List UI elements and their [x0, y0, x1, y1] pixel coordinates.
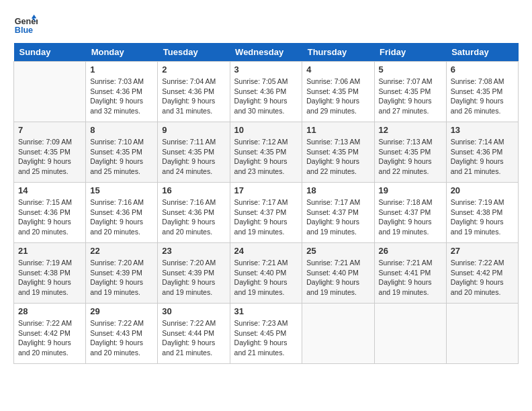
cell-content: Sunrise: 7:04 AM Sunset: 4:36 PM Dayligh… [162, 77, 225, 116]
daylight: Daylight: 9 hours and 20 minutes. [18, 217, 81, 236]
daylight: Daylight: 9 hours and 23 minutes. [234, 156, 298, 176]
sunrise: Sunrise: 7:08 AM [451, 77, 514, 87]
cell-content: Sunrise: 7:22 AM Sunset: 4:43 PM Dayligh… [90, 318, 153, 358]
sunset: Sunset: 4:35 PM [379, 87, 442, 97]
calendar-week-1: 1 Sunrise: 7:03 AM Sunset: 4:36 PM Dayli… [14, 62, 519, 122]
calendar-cell: 13 Sunrise: 7:14 AM Sunset: 4:36 PM Dayl… [446, 122, 518, 183]
day-number: 21 [18, 246, 81, 256]
sunrise: Sunrise: 7:20 AM [162, 258, 225, 268]
cell-content: Sunrise: 7:11 AM Sunset: 4:35 PM Dayligh… [162, 137, 225, 177]
calendar-cell: 5 Sunrise: 7:07 AM Sunset: 4:35 PM Dayli… [374, 62, 446, 122]
sunrise: Sunrise: 7:16 AM [90, 197, 153, 208]
svg-text:Blue: Blue [15, 26, 33, 35]
sunset: Sunset: 4:40 PM [306, 268, 369, 278]
day-number: 28 [18, 306, 81, 316]
day-number: 19 [379, 185, 442, 195]
calendar-cell: 30 Sunrise: 7:22 AM Sunset: 4:44 PM Dayl… [158, 304, 230, 364]
sunrise: Sunrise: 7:11 AM [162, 137, 225, 147]
cell-content: Sunrise: 7:23 AM Sunset: 4:45 PM Dayligh… [234, 318, 298, 358]
calendar-cell: 14 Sunrise: 7:15 AM Sunset: 4:36 PM Dayl… [14, 183, 86, 243]
day-number: 18 [306, 185, 369, 195]
sunrise: Sunrise: 7:17 AM [234, 197, 298, 208]
day-number: 16 [162, 185, 225, 195]
sunset: Sunset: 4:38 PM [18, 268, 81, 278]
daylight: Daylight: 9 hours and 25 minutes. [90, 156, 153, 176]
day-number: 25 [306, 246, 369, 256]
sunset: Sunset: 4:43 PM [90, 328, 153, 338]
cell-content: Sunrise: 7:16 AM Sunset: 4:36 PM Dayligh… [162, 197, 225, 237]
day-number: 26 [379, 246, 442, 256]
sunset: Sunset: 4:36 PM [162, 208, 225, 218]
day-number: 10 [234, 125, 298, 135]
sunrise: Sunrise: 7:10 AM [90, 137, 153, 147]
daylight: Daylight: 9 hours and 20 minutes. [162, 217, 225, 236]
calendar-cell: 3 Sunrise: 7:05 AM Sunset: 4:36 PM Dayli… [230, 62, 302, 122]
calendar-cell [302, 304, 374, 364]
daylight: Daylight: 9 hours and 20 minutes. [451, 277, 514, 297]
cell-content: Sunrise: 7:21 AM Sunset: 4:41 PM Dayligh… [379, 258, 442, 298]
sunset: Sunset: 4:35 PM [162, 147, 225, 157]
sunset: Sunset: 4:39 PM [90, 268, 153, 278]
weekday-header-monday: Monday [86, 43, 158, 62]
calendar-cell: 22 Sunrise: 7:20 AM Sunset: 4:39 PM Dayl… [86, 243, 158, 304]
daylight: Daylight: 9 hours and 19 minutes. [18, 277, 81, 297]
sunset: Sunset: 4:36 PM [234, 87, 298, 97]
weekday-header-thursday: Thursday [302, 43, 374, 62]
sunrise: Sunrise: 7:21 AM [379, 258, 442, 268]
sunset: Sunset: 4:35 PM [306, 147, 369, 157]
sunset: Sunset: 4:45 PM [234, 328, 298, 338]
day-number: 7 [18, 125, 81, 135]
cell-content: Sunrise: 7:21 AM Sunset: 4:40 PM Dayligh… [234, 258, 298, 298]
day-number: 8 [90, 125, 153, 135]
daylight: Daylight: 9 hours and 20 minutes. [90, 338, 153, 357]
calendar-cell: 20 Sunrise: 7:19 AM Sunset: 4:38 PM Dayl… [446, 183, 518, 243]
calendar-cell: 6 Sunrise: 7:08 AM Sunset: 4:35 PM Dayli… [446, 62, 518, 122]
daylight: Daylight: 9 hours and 22 minutes. [306, 156, 369, 176]
day-number: 29 [90, 306, 153, 316]
calendar-cell: 28 Sunrise: 7:22 AM Sunset: 4:42 PM Dayl… [14, 304, 86, 364]
cell-content: Sunrise: 7:21 AM Sunset: 4:40 PM Dayligh… [306, 258, 369, 298]
day-number: 15 [90, 185, 153, 195]
sunset: Sunset: 4:37 PM [379, 208, 442, 218]
sunrise: Sunrise: 7:22 AM [90, 318, 153, 328]
daylight: Daylight: 9 hours and 19 minutes. [306, 277, 369, 297]
daylight: Daylight: 9 hours and 19 minutes. [379, 217, 442, 236]
daylight: Daylight: 9 hours and 19 minutes. [306, 217, 369, 236]
calendar-cell: 25 Sunrise: 7:21 AM Sunset: 4:40 PM Dayl… [302, 243, 374, 304]
calendar-cell [374, 304, 446, 364]
sunset: Sunset: 4:35 PM [18, 147, 81, 157]
sunset: Sunset: 4:38 PM [451, 208, 514, 218]
cell-content: Sunrise: 7:18 AM Sunset: 4:37 PM Dayligh… [379, 197, 442, 237]
cell-content: Sunrise: 7:05 AM Sunset: 4:36 PM Dayligh… [234, 77, 298, 116]
calendar-cell: 21 Sunrise: 7:19 AM Sunset: 4:38 PM Dayl… [14, 243, 86, 304]
calendar-week-5: 28 Sunrise: 7:22 AM Sunset: 4:42 PM Dayl… [14, 304, 519, 364]
sunrise: Sunrise: 7:22 AM [451, 258, 514, 268]
daylight: Daylight: 9 hours and 25 minutes. [18, 156, 81, 176]
calendar-cell: 16 Sunrise: 7:16 AM Sunset: 4:36 PM Dayl… [158, 183, 230, 243]
sunset: Sunset: 4:35 PM [306, 87, 369, 97]
day-number: 11 [306, 125, 369, 135]
day-number: 22 [90, 246, 153, 256]
sunrise: Sunrise: 7:14 AM [451, 137, 514, 147]
cell-content: Sunrise: 7:10 AM Sunset: 4:35 PM Dayligh… [90, 137, 153, 177]
weekday-header-friday: Friday [374, 43, 446, 62]
daylight: Daylight: 9 hours and 19 minutes. [162, 277, 225, 297]
calendar-cell: 29 Sunrise: 7:22 AM Sunset: 4:43 PM Dayl… [86, 304, 158, 364]
day-number: 2 [162, 64, 225, 75]
sunrise: Sunrise: 7:04 AM [162, 77, 225, 87]
cell-content: Sunrise: 7:20 AM Sunset: 4:39 PM Dayligh… [90, 258, 153, 298]
day-number: 5 [379, 64, 442, 75]
cell-content: Sunrise: 7:08 AM Sunset: 4:35 PM Dayligh… [451, 77, 514, 116]
calendar-cell: 7 Sunrise: 7:09 AM Sunset: 4:35 PM Dayli… [14, 122, 86, 183]
daylight: Daylight: 9 hours and 21 minutes. [162, 338, 225, 357]
weekday-header-tuesday: Tuesday [158, 43, 230, 62]
calendar-cell: 1 Sunrise: 7:03 AM Sunset: 4:36 PM Dayli… [86, 62, 158, 122]
sunset: Sunset: 4:36 PM [90, 208, 153, 218]
sunrise: Sunrise: 7:07 AM [379, 77, 442, 87]
calendar-cell: 11 Sunrise: 7:13 AM Sunset: 4:35 PM Dayl… [302, 122, 374, 183]
calendar-header-row: SundayMondayTuesdayWednesdayThursdayFrid… [14, 43, 519, 62]
sunrise: Sunrise: 7:16 AM [162, 197, 225, 208]
cell-content: Sunrise: 7:20 AM Sunset: 4:39 PM Dayligh… [162, 258, 225, 298]
sunrise: Sunrise: 7:09 AM [18, 137, 81, 147]
daylight: Daylight: 9 hours and 30 minutes. [234, 96, 298, 116]
